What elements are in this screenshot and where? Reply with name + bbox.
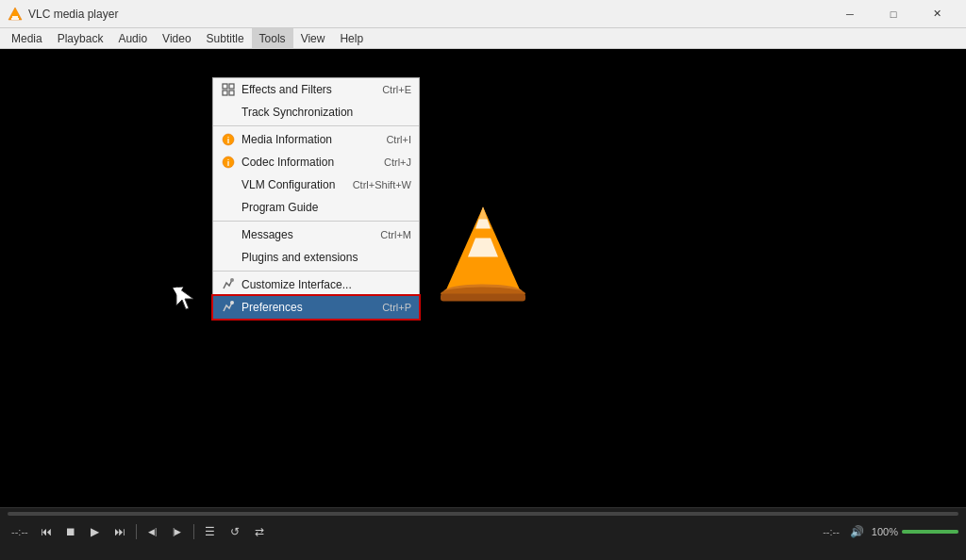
separator xyxy=(136,524,137,539)
svg-rect-5 xyxy=(223,91,227,95)
track-sync-label: Track Synchronization xyxy=(242,106,404,119)
volume-icon[interactable]: 🔊 xyxy=(847,521,868,542)
codec-info-shortcut: Ctrl+J xyxy=(384,156,411,168)
messages-icon xyxy=(221,227,236,242)
menu-preferences[interactable]: Preferences Ctrl+P xyxy=(213,296,419,319)
frame-back-button[interactable]: ◀| xyxy=(142,521,163,542)
effects-icon xyxy=(221,82,236,97)
menu-messages[interactable]: Messages Ctrl+M xyxy=(213,223,419,246)
preferences-shortcut: Ctrl+P xyxy=(382,302,411,313)
menu-vlm-config[interactable]: VLM Configuration Ctrl+Shift+W xyxy=(213,173,419,196)
separator-1 xyxy=(213,125,419,126)
svg-marker-16 xyxy=(478,206,488,219)
menu-media-info[interactable]: i Media Information Ctrl+I xyxy=(213,128,419,151)
plugins-label: Plugins and extensions xyxy=(242,251,404,264)
media-info-icon: i xyxy=(221,132,236,147)
title-text: VLC media player xyxy=(28,8,828,21)
prev-button[interactable]: ⏮ xyxy=(36,521,57,542)
playlist-button[interactable]: ☰ xyxy=(200,521,221,542)
vlm-config-shortcut: Ctrl+Shift+W xyxy=(353,179,411,190)
volume-bar[interactable] xyxy=(902,530,958,534)
menu-tools[interactable]: Tools xyxy=(252,28,293,49)
player-controls: --:-- ⏮ ⏹ ▶ ⏭ ◀| |▶ ☰ ↺ ⇄ --:-- 🔊 100% xyxy=(0,507,966,560)
volume-fill xyxy=(902,530,958,534)
menu-codec-info[interactable]: i Codec Information Ctrl+J xyxy=(213,151,419,173)
messages-shortcut: Ctrl+M xyxy=(380,229,411,240)
menu-audio[interactable]: Audio xyxy=(110,28,155,49)
effects-filters-shortcut: Ctrl+E xyxy=(382,84,411,95)
codec-info-label: Codec Information xyxy=(242,156,376,169)
program-guide-icon xyxy=(221,200,236,215)
vlm-config-label: VLM Configuration xyxy=(242,178,345,191)
titlebar: VLC media player ─ □ ✕ xyxy=(0,0,966,28)
menu-subtitle[interactable]: Subtitle xyxy=(199,28,252,49)
frame-fwd-button[interactable]: |▶ xyxy=(167,521,188,542)
close-button[interactable]: ✕ xyxy=(915,0,958,28)
next-button[interactable]: ⏭ xyxy=(109,521,130,542)
preferences-label: Preferences xyxy=(242,301,375,314)
svg-text:i: i xyxy=(227,158,230,168)
volume-area: 🔊 100% xyxy=(847,521,958,542)
menu-customize-interface[interactable]: Customize Interface... xyxy=(213,273,419,296)
customize-icon xyxy=(221,277,236,292)
maximize-button[interactable]: □ xyxy=(872,0,915,28)
preferences-icon xyxy=(221,300,236,315)
codec-info-icon: i xyxy=(221,155,236,170)
menu-plugins[interactable]: Plugins and extensions xyxy=(213,246,419,269)
menu-track-sync[interactable]: Track Synchronization xyxy=(213,101,419,124)
media-info-label: Media Information xyxy=(242,133,378,146)
menu-program-guide[interactable]: Program Guide xyxy=(213,196,419,219)
minimize-button[interactable]: ─ xyxy=(828,0,872,28)
separator2 xyxy=(193,524,194,539)
app-icon xyxy=(8,7,23,22)
svg-rect-6 xyxy=(229,91,234,95)
messages-label: Messages xyxy=(242,228,373,241)
volume-label: 100% xyxy=(872,526,898,537)
menu-video[interactable]: Video xyxy=(155,28,198,49)
menu-playback[interactable]: Playback xyxy=(50,28,111,49)
tools-dropdown: Effects and Filters Ctrl+E Track Synchro… xyxy=(212,77,420,320)
menu-media[interactable]: Media xyxy=(4,28,50,49)
program-guide-label: Program Guide xyxy=(242,201,404,214)
menu-effects-filters[interactable]: Effects and Filters Ctrl+E xyxy=(213,78,419,101)
menubar: Media Playback Audio Video Subtitle Tool… xyxy=(0,28,966,49)
time-left: --:-- xyxy=(11,526,28,537)
track-sync-icon xyxy=(221,105,236,120)
effects-filters-label: Effects and Filters xyxy=(242,83,375,96)
svg-marker-20 xyxy=(176,287,193,309)
time-right: --:-- xyxy=(823,526,840,537)
customize-label: Customize Interface... xyxy=(242,278,404,291)
menu-help[interactable]: Help xyxy=(332,28,371,49)
svg-point-12 xyxy=(230,301,234,305)
svg-text:i: i xyxy=(227,136,230,145)
svg-rect-4 xyxy=(229,84,234,89)
stop-button[interactable]: ⏹ xyxy=(60,521,81,542)
play-pause-button[interactable]: ▶ xyxy=(85,521,106,542)
svg-point-11 xyxy=(230,278,234,282)
svg-rect-19 xyxy=(441,293,525,301)
svg-rect-3 xyxy=(223,84,227,89)
separator-2 xyxy=(213,221,419,222)
menu-view[interactable]: View xyxy=(293,28,333,49)
video-area[interactable] xyxy=(0,49,966,507)
vlc-cone xyxy=(436,202,530,308)
plugins-icon xyxy=(221,250,236,265)
svg-rect-1 xyxy=(12,16,18,18)
progress-bar[interactable] xyxy=(8,512,958,516)
separator-3 xyxy=(213,271,419,272)
vlm-icon xyxy=(221,177,236,192)
loop-button[interactable]: ↺ xyxy=(225,521,245,542)
svg-rect-2 xyxy=(11,18,19,20)
media-info-shortcut: Ctrl+I xyxy=(386,134,411,145)
random-button[interactable]: ⇄ xyxy=(249,521,270,542)
